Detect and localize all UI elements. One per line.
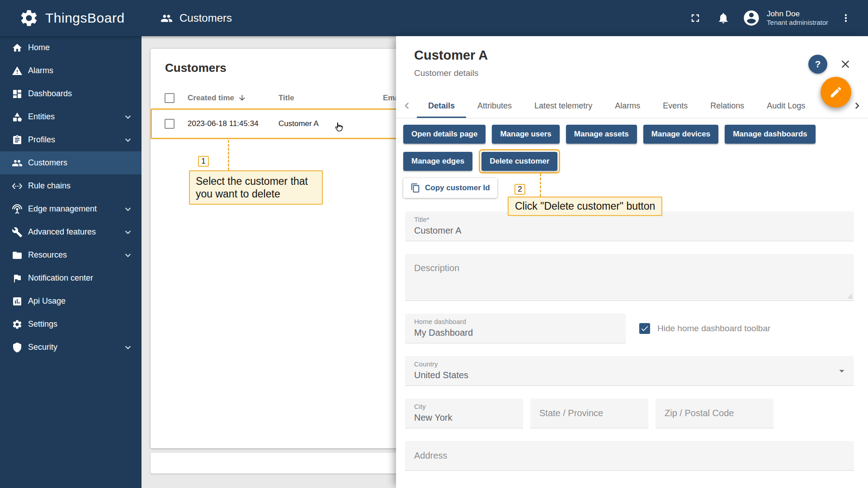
sidebar-item-entities[interactable]: Entities: [0, 105, 142, 128]
delete-customer-button[interactable]: Delete customer: [481, 152, 557, 171]
panel-header: Customer A Customer details ?: [396, 36, 868, 94]
tabs-scroll-right-button[interactable]: [851, 99, 863, 112]
close-icon[interactable]: [839, 58, 852, 70]
people-icon: [12, 158, 23, 169]
panel-tabs: Details Attributes Latest telemetry Alar…: [396, 94, 868, 118]
user-avatar[interactable]: [742, 9, 760, 27]
sidebar-item-advanced-features[interactable]: Advanced features: [0, 221, 142, 244]
chart-icon: [12, 296, 23, 307]
select-all-checkbox[interactable]: [165, 93, 175, 103]
country-select[interactable]: Country United States: [405, 356, 854, 386]
sidebar-item-home[interactable]: Home: [0, 36, 142, 59]
tab-details[interactable]: Details: [417, 94, 466, 118]
city-state-zip-row: City New York State / Province Zip / Pos…: [405, 399, 854, 428]
panel-title: Customer A: [414, 48, 868, 63]
sidebar: Home Alarms Dashboards Entities Profiles…: [0, 36, 142, 488]
sidebar-item-alarms[interactable]: Alarms: [0, 59, 142, 82]
step2-callout: Click "Delete customer" button: [508, 197, 662, 216]
actions-row-2: Manage edges Delete customer: [403, 149, 863, 174]
copy-customer-id-button[interactable]: Copy customer Id: [403, 178, 497, 198]
row-checkbox[interactable]: [165, 119, 175, 129]
topbar: ThingsBoard Customers John Doe Tenant ad…: [0, 0, 868, 36]
tab-audit-logs[interactable]: Audit Logs: [755, 94, 816, 118]
shield-icon: [12, 342, 23, 353]
folder-icon: [12, 250, 23, 261]
dropdown-arrow-icon: [836, 365, 848, 377]
address-field[interactable]: Address: [405, 441, 854, 471]
warning-icon: [12, 66, 23, 76]
description-placeholder: Description: [414, 263, 459, 273]
home-dashboard-field[interactable]: Home dashboard My Dashboard: [405, 314, 626, 343]
chevron-down-icon: [123, 342, 133, 353]
open-details-page-button[interactable]: Open details page: [403, 125, 486, 144]
panel-content: Open details page Manage users Manage as…: [396, 118, 868, 488]
panel-subtitle: Customer details: [414, 68, 868, 78]
sidebar-item-customers[interactable]: Customers: [0, 151, 142, 174]
sidebar-item-settings[interactable]: Settings: [0, 313, 142, 336]
wrench-icon: [12, 227, 23, 238]
sidebar-item-resources[interactable]: Resources: [0, 244, 142, 267]
hide-home-dashboard-toolbar-checkbox[interactable]: Hide home dashboard toolbar: [639, 323, 770, 334]
more-options-button[interactable]: [840, 12, 852, 24]
chevron-down-icon: [123, 204, 133, 215]
description-field[interactable]: Description: [405, 254, 854, 301]
manage-users-button[interactable]: Manage users: [492, 125, 559, 144]
assignment-icon: [12, 135, 23, 145]
step2-connector-line: [540, 174, 541, 197]
notifications-bell-button[interactable]: [717, 12, 730, 24]
title-field-value: Customer A: [414, 225, 845, 236]
checkbox-checked-icon: [639, 323, 650, 334]
category-icon: [12, 112, 23, 122]
sort-desc-icon: [238, 94, 246, 102]
copy-icon: [410, 183, 420, 193]
tab-relations[interactable]: Relations: [699, 94, 755, 118]
fullscreen-button[interactable]: [689, 12, 702, 24]
cell-title: Customer A: [278, 119, 383, 128]
manage-dashboards-button[interactable]: Manage dashboards: [725, 125, 815, 144]
state-field[interactable]: State / Province: [530, 399, 648, 428]
step1-connector-line: [228, 140, 229, 170]
thingsboard-logo-icon: [19, 8, 39, 28]
sidebar-item-dashboards[interactable]: Dashboards: [0, 82, 142, 105]
hand-cursor-icon: [333, 121, 344, 133]
gear-icon: [12, 319, 23, 330]
sidebar-item-security[interactable]: Security: [0, 336, 142, 359]
step2-number-badge: 2: [514, 184, 525, 195]
step1-number-badge: 1: [198, 156, 209, 167]
sidebar-item-profiles[interactable]: Profiles: [0, 128, 142, 151]
actions-row-1: Open details page Manage users Manage as…: [403, 125, 863, 144]
step1-callout: Select the customer that you want to del…: [189, 170, 323, 205]
tabs-scroll-left-button[interactable]: [401, 99, 413, 112]
help-button[interactable]: ?: [808, 55, 827, 74]
column-header-title[interactable]: Title: [278, 94, 383, 103]
column-header-created-time[interactable]: Created time: [188, 94, 278, 103]
sidebar-item-rule-chains[interactable]: Rule chains: [0, 174, 142, 197]
tab-latest-telemetry[interactable]: Latest telemetry: [523, 94, 604, 118]
brand-name: ThingsBoard: [45, 10, 125, 26]
sidebar-item-notification-center[interactable]: Notification center: [0, 267, 142, 290]
tab-attributes[interactable]: Attributes: [466, 94, 523, 118]
manage-edges-button[interactable]: Manage edges: [403, 152, 472, 171]
pencil-icon: [829, 85, 843, 99]
user-info: John Doe Tenant administrator: [767, 9, 828, 27]
sidebar-item-edge-management[interactable]: Edge management: [0, 197, 142, 221]
chevron-down-icon: [123, 227, 133, 238]
tab-alarms[interactable]: Alarms: [604, 94, 651, 118]
delete-customer-highlight: Delete customer: [479, 149, 560, 174]
manage-devices-button[interactable]: Manage devices: [643, 125, 718, 144]
ethernet-icon: [12, 181, 23, 192]
chevron-down-icon: [123, 135, 133, 145]
sidebar-item-api-usage[interactable]: Api Usage: [0, 290, 142, 313]
home-icon: [12, 42, 23, 53]
cell-created-time: 2023-06-18 11:45:34: [188, 119, 278, 128]
manage-assets-button[interactable]: Manage assets: [566, 125, 637, 144]
edit-fab-button[interactable]: [821, 77, 851, 108]
actions-row-3: Copy customer Id: [403, 178, 863, 198]
tab-events[interactable]: Events: [651, 94, 699, 118]
page-title: Customers: [179, 12, 232, 24]
thingsboard-logo[interactable]: ThingsBoard: [0, 8, 142, 28]
zip-field[interactable]: Zip / Postal Code: [656, 399, 774, 428]
city-field[interactable]: City New York: [405, 399, 523, 428]
home-dashboard-row: Home dashboard My Dashboard Hide home da…: [405, 314, 854, 343]
customer-details-panel: Customer A Customer details ? Details At…: [396, 36, 868, 488]
